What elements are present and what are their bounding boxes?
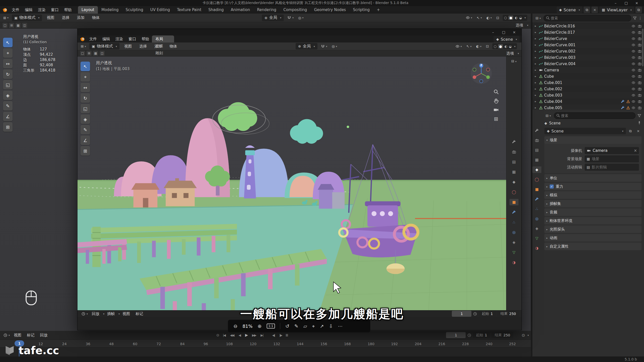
physics-tab-icon[interactable]: ◎ — [533, 215, 541, 222]
zoom-out-icon[interactable]: ⊖ — [233, 323, 237, 329]
new-viewlayer-button[interactable]: ⧉ — [635, 7, 642, 13]
shading-wireframe-icon[interactable]: ○ — [504, 16, 507, 20]
menu-window[interactable]: 窗口 — [48, 6, 61, 14]
new-scene-button[interactable]: ⧉ — [584, 7, 590, 13]
scene-selector[interactable]: ◆Scene▾ — [557, 7, 583, 13]
timeline-ruler[interactable]: 12 24 36 48 60 72 84 96 108 120 132 144 … — [0, 340, 531, 347]
navigation-gizmo[interactable]: Z — [470, 63, 492, 84]
scene-panel-header[interactable]: ▾场景 — [544, 136, 641, 144]
hide-icon[interactable] — [631, 106, 635, 110]
jump-to-start-button[interactable]: |◀ — [222, 333, 226, 337]
camera-view-icon[interactable] — [493, 107, 499, 113]
gravity-checkbox[interactable]: ✓ — [550, 185, 554, 189]
particles-tab-icon[interactable]: ∴ — [510, 219, 518, 225]
menu-render[interactable]: 渲染 — [113, 35, 126, 42]
render-visibility-icon[interactable] — [638, 24, 642, 28]
tool-tab-icon[interactable] — [533, 127, 541, 134]
copy-datablock-button[interactable]: ⧉ — [627, 128, 634, 134]
outliner-item[interactable]: ▸Cube.003 — [532, 92, 644, 98]
render-visibility-icon[interactable] — [638, 68, 642, 72]
render-tab-icon[interactable] — [510, 149, 518, 155]
rotate-tool[interactable]: ↻ — [80, 93, 90, 103]
tab-geometry-nodes[interactable]: Geometry Nodes — [310, 6, 349, 14]
active-clip-field[interactable]: ▤影片剪辑 — [585, 164, 639, 171]
visibility-icon[interactable]: ▾ — [464, 16, 473, 20]
outliner-item[interactable]: ▸BézierCurve.002 — [532, 48, 644, 54]
camera-field[interactable]: Camera× — [585, 147, 639, 154]
gizmos-icon[interactable]: ↖▾ — [465, 44, 473, 48]
end-frame-field[interactable]: 结束250 — [492, 332, 513, 338]
start-frame-field[interactable]: 起始1 — [473, 332, 490, 338]
timeline-menu-playback[interactable]: 回放 — [37, 333, 50, 338]
menu-render[interactable]: 渲染 — [35, 6, 48, 14]
transform-orientation-selector[interactable]: ⊕全局▾ — [262, 15, 284, 21]
visibility-icon[interactable]: ▾ — [454, 44, 463, 49]
annotate-tool[interactable]: ✎ — [80, 125, 90, 134]
viewlayer-selector[interactable]: ▦ViewLayer▾ — [599, 7, 634, 13]
panel-custom-properties[interactable]: ▸自定义属性 — [544, 243, 641, 250]
editor-type-button[interactable]: ⊞▾ — [79, 44, 87, 48]
constraints-tab-icon[interactable]: ◈ — [533, 225, 541, 232]
outliner-options-icon[interactable]: ⋮ — [638, 16, 642, 20]
close-button[interactable]: × — [632, 1, 641, 5]
particles-tab-icon[interactable]: ∴ — [533, 206, 541, 212]
render-visibility-icon[interactable] — [638, 56, 642, 60]
object-tab-icon[interactable]: ■ — [533, 186, 541, 193]
scene-tab-icon[interactable]: ◆ — [510, 179, 518, 185]
render-visibility-icon[interactable] — [638, 30, 642, 34]
shading-rendered-icon[interactable]: ◒ — [519, 16, 522, 20]
panel-animation[interactable]: ▸动画 — [544, 234, 641, 242]
scene-datablock-selector[interactable]: ◆Scene▾ — [544, 128, 626, 134]
menu-help[interactable]: 帮助 — [61, 6, 74, 14]
tab-animation[interactable]: Animation — [227, 6, 253, 14]
hide-icon[interactable] — [631, 93, 635, 97]
clear-camera-icon[interactable]: × — [634, 148, 637, 153]
properties-editor-type-icon[interactable]: ⊟▾ — [506, 59, 521, 63]
menu-select[interactable]: 选择 — [137, 44, 150, 49]
modifiers-tab-icon[interactable] — [510, 209, 518, 215]
expand-icon[interactable]: ▸ — [535, 37, 539, 40]
expand-icon[interactable]: ▸ — [535, 94, 539, 97]
unlink-scene-button[interactable]: × — [591, 7, 598, 13]
prev-frame-button[interactable]: ◀| — [271, 333, 276, 337]
cursor-arrow-icon[interactable]: ↗ — [320, 323, 324, 329]
cursor-tool[interactable]: ⌖ — [3, 48, 13, 58]
transform-orientation-selector[interactable]: ⊕全局▾ — [296, 43, 317, 50]
menu-help[interactable]: 帮助 — [139, 35, 152, 42]
expand-icon[interactable]: ▸ — [535, 50, 539, 53]
outliner-item[interactable]: ▸Cube.002 — [532, 86, 644, 92]
outliner-item[interactable]: ▸BézierCurve.001 — [532, 42, 644, 48]
properties-editor-type-icon[interactable]: ⊟▾ — [544, 114, 552, 118]
expand-icon[interactable]: ▸ — [535, 81, 539, 84]
menu-window[interactable]: 窗口 — [126, 35, 139, 42]
proportional-editing-icon[interactable]: ◎▾ — [297, 16, 305, 20]
tab-rendering[interactable]: Rendering — [254, 6, 280, 14]
timeline-editor-type-icon[interactable]: ▾ — [2, 333, 11, 337]
menu-edit[interactable]: 编辑 — [22, 6, 35, 14]
hide-icon[interactable] — [631, 100, 635, 104]
tweak-mode-icon[interactable]: □ — [3, 23, 8, 28]
overlays-icon[interactable]: ◐▾ — [485, 16, 493, 20]
download-icon[interactable]: ⇩ — [329, 323, 333, 329]
timeline-tracks[interactable] — [0, 347, 531, 357]
select-new-icon[interactable]: ⊞ — [9, 23, 14, 28]
zoom-in-icon[interactable]: ⊕ — [258, 323, 262, 329]
add-workspace-button[interactable]: + — [373, 6, 384, 14]
outliner-item[interactable]: ▸BézierCurve — [532, 35, 644, 42]
render-visibility-icon[interactable] — [638, 106, 642, 110]
menu-view[interactable]: 视图 — [122, 44, 135, 49]
expand-icon[interactable]: ▸ — [535, 62, 539, 65]
tab-modeling[interactable]: 建模 — [152, 42, 174, 50]
select-box-tool[interactable]: ↖ — [80, 62, 90, 71]
world-tab-icon[interactable]: ◯ — [533, 176, 541, 183]
hide-icon[interactable] — [631, 74, 635, 78]
rotate-icon[interactable]: ↺ — [285, 323, 289, 329]
stack-icon[interactable]: ≣ — [286, 333, 289, 337]
add-cube-tool[interactable]: ⊞ — [3, 122, 13, 132]
cursor-tool[interactable]: ⌖ — [80, 72, 90, 82]
menu-edit[interactable]: 编辑 — [100, 35, 113, 42]
play-reverse-button[interactable]: ◀ — [237, 333, 242, 337]
panel-units[interactable]: ▸单位 — [544, 174, 641, 182]
scale-tool[interactable]: ◱ — [3, 80, 13, 89]
background-scene-field[interactable]: ▦场景 — [585, 155, 639, 162]
